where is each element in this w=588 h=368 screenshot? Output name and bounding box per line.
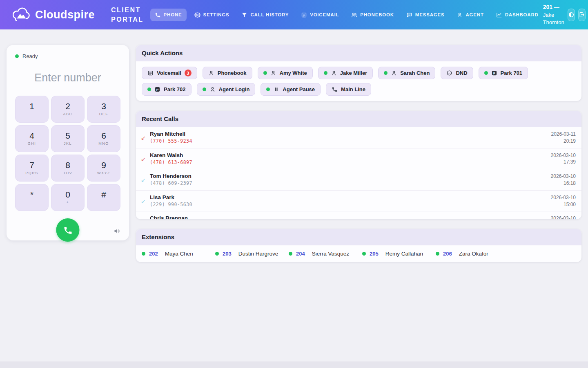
recent-call-row[interactable]: ↙Ryan Mitchell(770) 555-92342026-03-1120… xyxy=(136,127,581,148)
nav-item-agent[interactable]: AGENT xyxy=(452,9,488,21)
dialpad-key-0[interactable]: 0+ xyxy=(51,184,85,211)
extension-name: Sierra Vasquez xyxy=(312,251,349,257)
caller-number: (770) 555-9234 xyxy=(150,138,551,144)
chart-icon xyxy=(496,12,502,18)
extension-item-206[interactable]: 206Zara Okafor xyxy=(436,251,509,257)
nav-item-phonebook[interactable]: PHONEBOOK xyxy=(347,9,399,21)
caller-name: Karen Walsh xyxy=(150,152,551,159)
agent-status: Ready xyxy=(15,53,120,59)
quick-action-voicemail[interactable]: Voicemail3 xyxy=(142,67,197,79)
caller-number: (478) 613-6897 xyxy=(150,159,551,166)
quick-action-label: Main Line xyxy=(341,86,365,92)
extensions-title: Extensions xyxy=(136,229,581,245)
quick-action-label: Sarah Chen xyxy=(400,70,430,76)
dialpad-key-5[interactable]: 5JKL xyxy=(51,125,85,152)
key-digit: 4 xyxy=(29,131,34,140)
key-digit: * xyxy=(30,190,33,199)
people-icon xyxy=(351,12,357,18)
quick-action-dnd[interactable]: DND xyxy=(441,67,473,79)
call-direction-outgoing-arrow-icon: ↗ xyxy=(141,215,150,219)
key-digit: 7 xyxy=(29,160,34,170)
extension-name: Zara Okafor xyxy=(459,251,488,257)
nav-item-call-history[interactable]: CALL HISTORY xyxy=(237,9,293,21)
status-label: Ready xyxy=(22,53,38,59)
quick-actions-card: Quick Actions Voicemail3PhonebookAmy Whi… xyxy=(136,45,581,101)
call-timestamp: 2026-03-1120:19 xyxy=(551,130,576,145)
quick-action-label: DND xyxy=(456,70,467,76)
nav-item-label: CALL HISTORY xyxy=(250,12,289,17)
pause-icon xyxy=(273,86,279,92)
recent-call-row[interactable]: ↗Chris Brennan2026-03-10 xyxy=(136,211,581,219)
nav-item-label: MESSAGES xyxy=(415,12,445,17)
quick-action-sarah-chen[interactable]: Sarah Chen xyxy=(378,67,435,79)
quick-action-agent-login[interactable]: Agent Login xyxy=(197,83,256,96)
number-display[interactable]: Enter number xyxy=(15,72,120,85)
recent-call-row[interactable]: ↙Tom Henderson(478) 609-23972026-03-1016… xyxy=(136,169,581,191)
online-dot-icon xyxy=(266,88,270,91)
person-icon xyxy=(208,70,214,76)
logout-button[interactable] xyxy=(578,9,586,21)
recent-calls-title: Recent Calls xyxy=(136,111,581,127)
footer-strip xyxy=(0,361,588,368)
call-direction-incoming-arrow-icon: ↙ xyxy=(141,194,150,205)
online-dot-icon xyxy=(324,71,327,75)
quick-action-amy-white[interactable]: Amy White xyxy=(258,67,313,79)
voicemail-count-badge: 3 xyxy=(185,70,192,76)
person-icon xyxy=(209,86,216,92)
extensions-card: Extensions 202Maya Chen203Dustin Hargrov… xyxy=(136,229,581,262)
extension-item-205[interactable]: 205Remy Callahan xyxy=(362,251,436,257)
dialpad-key-#[interactable]: # xyxy=(87,184,120,211)
dialpad-key-2[interactable]: 2ABC xyxy=(51,96,85,123)
nav-item-voicemail[interactable]: VOICEMAIL xyxy=(296,9,343,21)
extension-name: Dustin Hargrove xyxy=(238,251,278,257)
key-digit: 3 xyxy=(101,101,106,111)
nav-item-phone[interactable]: PHONE xyxy=(150,9,187,21)
call-direction-missed-arrow-icon: ↙ xyxy=(141,152,150,163)
caller-name: Tom Henderson xyxy=(150,173,551,180)
caller-number: (478) 609-2397 xyxy=(150,180,551,186)
dialpad-key-8[interactable]: 8TUV xyxy=(51,155,85,182)
dialpad-key-7[interactable]: 7PQRS xyxy=(15,155,49,182)
speaker-icon[interactable] xyxy=(114,228,120,235)
caller-name: Ryan Mitchell xyxy=(150,130,551,138)
recent-call-row[interactable]: ↙Lisa Park(229) 990-56302026-03-1015:00 xyxy=(136,191,581,212)
nav-item-messages[interactable]: MESSAGES xyxy=(402,9,449,21)
online-dot-icon xyxy=(289,252,292,256)
call-timestamp: 2026-03-10 xyxy=(551,215,576,219)
quick-action-agent-pause[interactable]: Agent Pause xyxy=(261,83,321,96)
park-icon: P xyxy=(491,70,497,76)
status-dot-icon xyxy=(15,54,19,58)
quick-action-park-702[interactable]: PPark 702 xyxy=(142,83,192,96)
nav-item-dashboard[interactable]: DASHBOARD xyxy=(492,9,543,21)
brand[interactable]: Cloudspire xyxy=(7,7,95,23)
nav-item-label: AGENT xyxy=(466,12,483,17)
theme-toggle-button[interactable] xyxy=(568,9,575,21)
dialpad-key-1[interactable]: 1 xyxy=(15,96,49,123)
top-navbar: Cloudspire CLIENT PORTAL PHONESETTINGSCA… xyxy=(0,0,588,29)
call-button[interactable] xyxy=(56,218,80,242)
dialpad-key-6[interactable]: 6MNO xyxy=(87,125,120,152)
nav-item-label: DASHBOARD xyxy=(505,12,539,17)
nav-item-label: PHONEBOOK xyxy=(360,12,394,17)
quick-action-park-701[interactable]: PPark 701 xyxy=(479,67,528,79)
person-icon xyxy=(331,70,337,76)
list-icon xyxy=(147,70,154,76)
dialpad-key-*[interactable]: * xyxy=(15,184,49,211)
extension-item-204[interactable]: 204Sierra Vasquez xyxy=(289,251,362,257)
right-column: Quick Actions Voicemail3PhonebookAmy Whi… xyxy=(136,45,581,262)
dialpad-key-9[interactable]: 9WXYZ xyxy=(87,155,120,182)
extension-item-202[interactable]: 202Maya Chen xyxy=(142,251,215,257)
quick-action-label: Phonebook xyxy=(218,70,247,76)
nav-item-settings[interactable]: SETTINGS xyxy=(190,9,234,21)
extension-number: 202 xyxy=(149,251,158,257)
dialpad-key-4[interactable]: 4GHI xyxy=(15,125,49,152)
quick-action-jake-miller[interactable]: Jake Miller xyxy=(318,67,373,79)
recent-call-row[interactable]: ↙Karen Walsh(478) 613-68972026-03-1017:3… xyxy=(136,148,581,170)
phone-icon xyxy=(155,12,161,18)
quick-action-phonebook[interactable]: Phonebook xyxy=(203,67,252,79)
extension-item-203[interactable]: 203Dustin Hargrove xyxy=(215,251,289,257)
quick-action-main-line[interactable]: Main Line xyxy=(326,83,371,96)
caller-name: Lisa Park xyxy=(150,194,551,201)
person-icon xyxy=(391,70,397,76)
dialpad-key-3[interactable]: 3DEF xyxy=(87,96,120,123)
